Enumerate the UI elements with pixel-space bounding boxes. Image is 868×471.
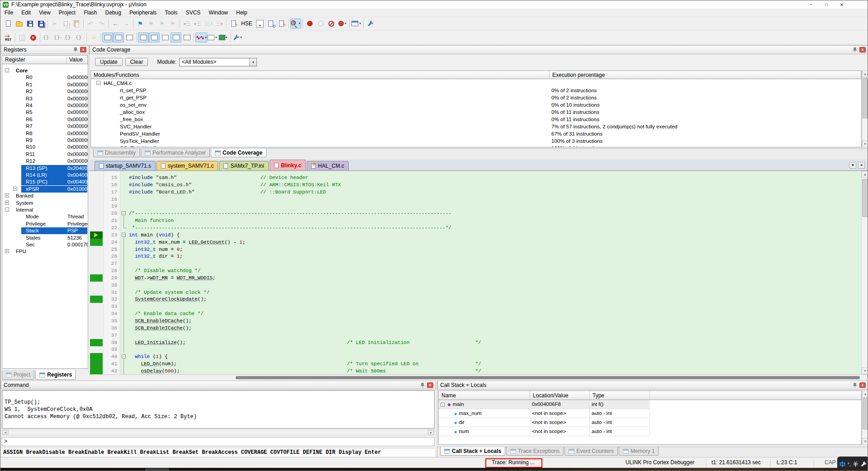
- code-line[interactable]: 42 osDelay(500); /* Wait 500ms */: [89, 367, 861, 374]
- toolbox-button[interactable]: ▾: [232, 33, 243, 42]
- tab-performance-analyzer[interactable]: Performance Analyzer: [141, 149, 210, 157]
- register-row[interactable]: PrivilegePrivileged: [2, 221, 88, 227]
- code-line[interactable]: 30: [89, 282, 861, 289]
- code-line[interactable]: 26 int32_t dir = 1;: [89, 253, 861, 260]
- disable-breakpoint-button[interactable]: [315, 19, 326, 28]
- step-button[interactable]: {}↓: [42, 33, 52, 42]
- comment-button[interactable]: /: [203, 19, 214, 28]
- scroll-down-icon[interactable]: ▼: [862, 367, 868, 374]
- pin-icon[interactable]: [420, 382, 425, 388]
- editor-tab-system_samv71.c[interactable]: system_SAMV71.c: [157, 161, 218, 170]
- menu-project[interactable]: Project: [55, 9, 80, 17]
- code-line[interactable]: 32 SystemCoreClockUpdate();: [89, 296, 861, 303]
- insert-breakpoint-button[interactable]: [304, 19, 315, 28]
- register-row[interactable]: R10x00000000: [2, 81, 88, 88]
- ime-width-icon[interactable]: [853, 461, 859, 467]
- lookup-button[interactable]: [266, 19, 276, 28]
- close-panel-button[interactable]: x: [859, 382, 866, 388]
- code-line[interactable]: 35 SCB_EnableDCache();: [89, 317, 861, 325]
- scroll-up-icon[interactable]: ▲: [862, 171, 868, 178]
- call-stack-scrollbar[interactable]: ▲ ▼: [862, 391, 868, 445]
- step-over-button[interactable]: {}↷: [52, 33, 63, 42]
- window-layout-button[interactable]: ▾: [351, 19, 362, 28]
- menu-peripherals[interactable]: Peripherals: [125, 9, 161, 17]
- editor-tab-hal_cm.c[interactable]: HAL_CM.c: [307, 161, 349, 170]
- register-row[interactable]: R100x00000000: [2, 144, 88, 151]
- code-line[interactable]: 25 int32_t num = 0;: [89, 246, 861, 253]
- menu-view[interactable]: View: [35, 9, 55, 17]
- bookmark-clear-button[interactable]: ⚑: [167, 19, 178, 28]
- register-row[interactable]: Sec0.00017079: [2, 241, 88, 248]
- column-register[interactable]: Register: [2, 56, 66, 64]
- disassembly-window-button[interactable]: [113, 33, 124, 42]
- find-dropdown[interactable]: ▼: [255, 19, 266, 28]
- register-row[interactable]: -Internal: [2, 207, 88, 213]
- navigate-forward-button[interactable]: →: [121, 19, 132, 28]
- tab-list-dropdown[interactable]: ▼: [849, 162, 856, 169]
- fold-collapse-icon[interactable]: −: [122, 233, 126, 237]
- watch-window-button[interactable]: [160, 33, 171, 42]
- module-select[interactable]: <All Modules> ▼: [179, 58, 257, 66]
- scroll-up-icon[interactable]: ▲: [862, 391, 868, 397]
- register-row[interactable]: R80x00000000: [2, 130, 88, 137]
- scroll-right-icon[interactable]: ►: [428, 430, 434, 435]
- scroll-down-icon[interactable]: ▼: [862, 438, 868, 445]
- register-row[interactable]: R15 (PC)0x004006F8: [2, 179, 88, 185]
- code-line[interactable]: 27: [89, 260, 861, 267]
- register-row[interactable]: +System: [2, 200, 88, 207]
- callstack-row[interactable]: ◆num<not in scope>auto - int: [439, 427, 649, 436]
- ime-settings-icon[interactable]: [860, 461, 867, 467]
- close-panel-button[interactable]: x: [80, 47, 86, 52]
- tab-trace-exceptions[interactable]: Trace Exceptions: [506, 447, 564, 456]
- menu-flash[interactable]: Flash: [80, 9, 101, 17]
- run-button[interactable]: [17, 33, 28, 42]
- collapse-icon[interactable]: -: [96, 81, 100, 85]
- code-line[interactable]: 17#include "Board_LED.h" // ::Board Supp…: [89, 188, 861, 196]
- coverage-row[interactable]: PendSV_Handler67% of 31 instructions: [91, 131, 861, 138]
- column-modules-functions[interactable]: Modules/Functions: [91, 71, 550, 79]
- close-button[interactable]: ✕: [834, 1, 849, 8]
- menu-help[interactable]: Help: [232, 9, 251, 17]
- indent-button[interactable]: [192, 19, 203, 28]
- cut-button[interactable]: ✂: [49, 19, 60, 28]
- register-row[interactable]: -Core: [2, 67, 88, 74]
- close-document-button[interactable]: ✕: [858, 162, 865, 169]
- code-line[interactable]: 19: [89, 203, 861, 210]
- clear-button[interactable]: Clear: [125, 58, 148, 66]
- register-row[interactable]: +FPU: [2, 248, 88, 255]
- menu-window[interactable]: Window: [204, 9, 232, 17]
- code-line[interactable]: 22 *------------------------------------…: [89, 224, 861, 231]
- column-value[interactable]: Value: [66, 56, 88, 64]
- symbol-window-button[interactable]: [124, 33, 135, 42]
- coverage-row[interactable]: _alloc_box0% of 11 instructions: [91, 109, 861, 116]
- code-line[interactable]: 18: [89, 196, 861, 203]
- trace-window-button[interactable]: ▾: [207, 33, 218, 42]
- coverage-row[interactable]: SysTick_Handler100% of 3 instructions: [91, 138, 861, 145]
- editor-tab-blinky.c[interactable]: Blinky.c: [270, 160, 306, 170]
- code-line[interactable]: 39: [89, 346, 861, 353]
- redo-button[interactable]: ↷: [96, 19, 107, 28]
- analysis-window-button[interactable]: ∿∿▾: [195, 33, 207, 42]
- tab-project[interactable]: Project: [2, 370, 34, 380]
- code-line[interactable]: 33: [89, 303, 861, 310]
- show-next-statement-button[interactable]: ⇒: [88, 33, 99, 42]
- close-panel-button[interactable]: x: [859, 47, 866, 52]
- coverage-row[interactable]: OS_Tick_Handler100% of 4 instructions: [91, 145, 861, 147]
- scroll-down-icon[interactable]: ▼: [862, 141, 868, 147]
- menu-svcs[interactable]: SVCS: [182, 9, 205, 17]
- scrollbar-thumb[interactable]: [236, 376, 860, 379]
- disable-all-breakpoints-button[interactable]: ▾: [337, 19, 348, 28]
- reset-cpu-button[interactable]: RST: [3, 33, 14, 42]
- system-viewer-button[interactable]: ▾: [218, 33, 229, 42]
- register-row[interactable]: R14 (LR)0x00400A39: [2, 172, 88, 179]
- code-line[interactable]: 38 LED_Initialize(); /* LED Initializati…: [89, 339, 861, 346]
- serial-window-button[interactable]: [181, 33, 192, 42]
- code-line[interactable]: 36 SCB_EnableICache();: [89, 325, 861, 332]
- coverage-row[interactable]: rt_get_PSP0% of 2 instructions: [91, 94, 861, 102]
- code-line[interactable]: 15#include "sam.h" // Device header: [89, 174, 861, 181]
- editor-vertical-scrollbar[interactable]: ▲ ▼: [861, 171, 868, 374]
- new-file-button[interactable]: [3, 19, 14, 28]
- pin-icon[interactable]: [73, 47, 78, 52]
- bookmark-prev-button[interactable]: ⚑: [146, 19, 157, 28]
- code-line[interactable]: 29 WDT->WDT_MR = WDT_MR_WDDIS;: [89, 274, 861, 282]
